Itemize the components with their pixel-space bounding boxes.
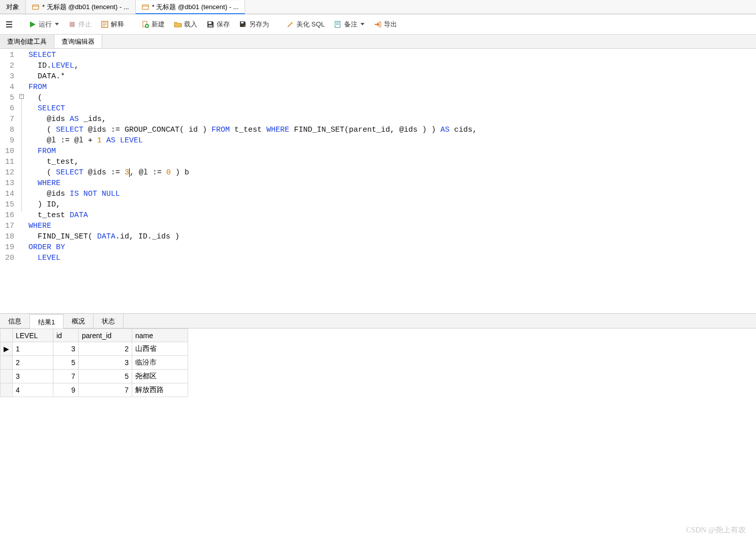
svg-rect-21: [379, 22, 381, 27]
fold-toggle[interactable]: −: [19, 94, 24, 99]
stop-label: 停止: [78, 20, 92, 29]
saveas-icon: [239, 20, 247, 28]
tab-result1[interactable]: 结果1: [30, 314, 64, 328]
beautify-button[interactable]: 美化 SQL: [282, 18, 329, 31]
table-row[interactable]: ▶132山西省: [1, 342, 188, 356]
explain-label: 解释: [111, 20, 124, 29]
code-line[interactable]: @ids AS _ids,: [28, 114, 477, 125]
sql-editor[interactable]: 1234567891011121314151617181920 − SELECT…: [0, 49, 756, 313]
svg-rect-5: [70, 22, 75, 27]
run-button[interactable]: 运行: [24, 18, 63, 31]
table-row[interactable]: 253临汾市: [1, 356, 188, 370]
code-line[interactable]: (: [28, 93, 477, 103]
cell-name[interactable]: 山西省: [132, 342, 188, 356]
note-button[interactable]: 备注: [330, 18, 369, 31]
explain-icon: [101, 20, 109, 28]
tab-query-1[interactable]: * 无标题 @db01 (tencent) - ...: [26, 0, 136, 14]
new-icon: [141, 20, 149, 28]
code-line[interactable]: SELECT: [28, 50, 477, 61]
cell-name[interactable]: 解放西路: [132, 383, 188, 397]
cell-id[interactable]: 7: [53, 370, 79, 383]
code-line[interactable]: ( SELECT @ids := GROUP_CONCAT( id ) FROM…: [28, 125, 477, 135]
export-label: 导出: [384, 20, 397, 29]
saveas-label: 另存为: [249, 20, 269, 29]
cell-name[interactable]: 尧都区: [132, 370, 188, 383]
svg-rect-15: [208, 25, 213, 27]
cell-parent_id[interactable]: 5: [79, 370, 132, 383]
save-button[interactable]: 保存: [202, 18, 234, 31]
tab-query-2[interactable]: * 无标题 @db01 (tencent) - ...: [136, 1, 246, 14]
row-pointer: [1, 383, 13, 397]
code-line[interactable]: ) ID,: [28, 199, 477, 210]
code-line[interactable]: t_test,: [28, 157, 477, 167]
run-label: 运行: [39, 20, 52, 29]
cell-level[interactable]: 4: [13, 383, 53, 397]
tab-status[interactable]: 状态: [94, 314, 124, 328]
cell-name[interactable]: 临汾市: [132, 356, 188, 370]
explain-button[interactable]: 解释: [97, 18, 128, 31]
save-label: 保存: [217, 20, 230, 29]
row-pointer: [1, 356, 13, 370]
code-line[interactable]: ( SELECT @ids := 3, @l := 0 ) b: [28, 167, 477, 178]
result-grid[interactable]: LEVEL id parent_id name ▶132山西省253临汾市375…: [0, 328, 756, 397]
table-row[interactable]: 375尧都区: [1, 370, 188, 383]
code-line[interactable]: WHERE: [28, 221, 477, 231]
code-line[interactable]: ORDER BY: [28, 242, 477, 253]
code-line[interactable]: LEVEL: [28, 253, 477, 263]
toolbar: 运行 停止 解释 新建 载入 保存 另存为 美化 SQL 备注 导出: [0, 14, 756, 35]
export-icon: [374, 20, 382, 28]
export-button[interactable]: 导出: [370, 18, 401, 31]
load-label: 载入: [184, 20, 197, 29]
note-icon: [334, 20, 342, 28]
cell-parent_id[interactable]: 7: [79, 383, 132, 397]
code-line[interactable]: t_test DATA: [28, 210, 477, 221]
svg-rect-14: [208, 22, 211, 24]
tab-objects[interactable]: 对象: [0, 0, 26, 14]
tab-info[interactable]: 信息: [0, 314, 30, 328]
cell-level[interactable]: 2: [13, 356, 53, 370]
cell-level[interactable]: 1: [13, 342, 53, 356]
beautify-label: 美化 SQL: [296, 20, 325, 29]
cell-id[interactable]: 5: [53, 356, 79, 370]
code-line[interactable]: ID.LEVEL,: [28, 61, 477, 71]
code-line[interactable]: FROM: [28, 146, 477, 157]
chevron-down-icon: [55, 23, 59, 25]
tab-query-builder[interactable]: 查询创建工具: [0, 35, 54, 48]
tab-query-1-label: * 无标题 @db01 (tencent) - ...: [42, 3, 129, 12]
col-header-name[interactable]: name: [132, 329, 188, 342]
cell-level[interactable]: 3: [13, 370, 53, 383]
col-header-parent-id[interactable]: parent_id: [79, 329, 132, 342]
code-line[interactable]: FIND_IN_SET( DATA.id, ID._ids ): [28, 231, 477, 242]
tab-query-2-label: * 无标题 @db01 (tencent) - ...: [152, 3, 239, 12]
code-line[interactable]: DATA.*: [28, 71, 477, 82]
code-area[interactable]: SELECT ID.LEVEL, DATA.*FROM ( SELECT @id…: [25, 49, 477, 313]
code-line[interactable]: FROM: [28, 82, 477, 93]
table-row[interactable]: 497解放西路: [1, 383, 188, 397]
load-button[interactable]: 载入: [170, 18, 201, 31]
chevron-down-icon: [360, 23, 365, 25]
col-header-id[interactable]: id: [53, 329, 79, 342]
new-button[interactable]: 新建: [137, 18, 169, 31]
saveas-button[interactable]: 另存为: [235, 18, 273, 31]
cell-id[interactable]: 9: [53, 383, 79, 397]
tab-query-editor[interactable]: 查询编辑器: [54, 34, 102, 48]
save-icon: [206, 20, 215, 28]
stop-icon: [68, 20, 76, 28]
cell-id[interactable]: 3: [53, 342, 79, 356]
line-gutter: 1234567891011121314151617181920: [0, 49, 18, 313]
tab-profile[interactable]: 概况: [64, 314, 94, 328]
code-line[interactable]: SELECT: [28, 103, 477, 114]
svg-marker-4: [30, 21, 36, 27]
svg-rect-16: [241, 22, 244, 23]
play-icon: [28, 20, 37, 28]
code-line[interactable]: @ids IS NOT NULL: [28, 189, 477, 199]
code-line[interactable]: WHERE: [28, 178, 477, 189]
menu-icon[interactable]: [3, 18, 15, 31]
grid-header-row: LEVEL id parent_id name: [1, 329, 188, 342]
document-tabstrip: 对象 * 无标题 @db01 (tencent) - ... * 无标题 @db…: [0, 0, 756, 14]
cell-parent_id[interactable]: 2: [79, 342, 132, 356]
code-line[interactable]: @l := @l + 1 AS LEVEL: [28, 135, 477, 146]
col-header-level[interactable]: LEVEL: [13, 329, 53, 342]
cell-parent_id[interactable]: 3: [79, 356, 132, 370]
result-tabstrip: 信息 结果1 概况 状态: [0, 313, 756, 328]
